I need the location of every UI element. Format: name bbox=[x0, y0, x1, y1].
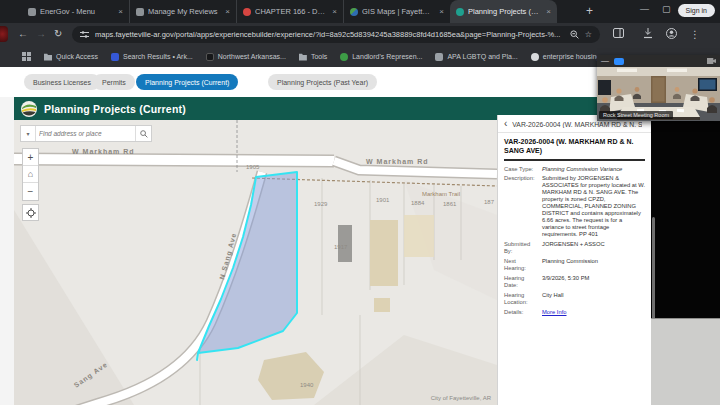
tab-business-licenses[interactable]: Business Licenses bbox=[24, 74, 100, 90]
screen: EnerGov - Menu × Manage My Reviews × CHA… bbox=[0, 0, 720, 405]
address-label: 1884 bbox=[411, 200, 425, 206]
bookmark-quick-access[interactable]: Quick Access bbox=[44, 53, 98, 61]
case-fields: Case Type: Planning Commission Variance … bbox=[504, 166, 645, 316]
folder-icon bbox=[44, 53, 52, 61]
video-call-titlebar: — bbox=[597, 55, 720, 67]
case-title: VAR-2026-0004 (W. MARKHAM RD & N. SANG A… bbox=[504, 138, 645, 161]
back-icon[interactable]: ← bbox=[18, 27, 28, 41]
forward-icon[interactable]: → bbox=[36, 27, 46, 41]
address-label: 1940 bbox=[300, 382, 314, 388]
tab-planning-projects-active[interactable]: Planning Projects (Curren... × bbox=[450, 0, 557, 23]
field-submitted-by: Submitted By: JORGENSEN + ASSOC bbox=[504, 241, 645, 255]
new-tab-button[interactable]: + bbox=[586, 3, 593, 19]
tab-label: Manage My Reviews bbox=[148, 7, 219, 16]
camera-icon[interactable] bbox=[707, 58, 716, 64]
tab-gis-maps[interactable]: GIS Maps | Fayetteville, A... × bbox=[343, 0, 450, 23]
browser-toolbar: ← → ↻ maps.fayetteville-ar.gov/portal/ap… bbox=[0, 23, 720, 46]
folder-icon bbox=[299, 53, 307, 61]
search-input[interactable] bbox=[36, 126, 135, 141]
panel-scrollbar[interactable] bbox=[652, 217, 655, 329]
bookmark-label: Tools bbox=[311, 53, 327, 60]
tab-manage-my-reviews[interactable]: Manage My Reviews × bbox=[129, 0, 236, 23]
field-value: Planning Commission bbox=[542, 258, 645, 272]
bookmark-northwest-arkansas[interactable]: Northwest Arkansas... bbox=[206, 53, 286, 61]
download-icon[interactable] bbox=[643, 28, 653, 39]
bookmark-search-results[interactable]: Search Results • Ark... bbox=[111, 53, 193, 61]
field-details: Details: More Info bbox=[504, 309, 645, 316]
side-panel-icon[interactable] bbox=[613, 28, 624, 38]
tab-planning-projects-past-year[interactable]: Planning Projects (Past Year) bbox=[268, 74, 377, 90]
sign-in-button[interactable]: Sign in bbox=[678, 4, 715, 17]
tab-close-icon[interactable]: × bbox=[330, 7, 337, 16]
field-label: Case Type: bbox=[504, 166, 538, 173]
tab-energov-menu[interactable]: EnerGov - Menu × bbox=[22, 0, 129, 23]
zoom-out-button[interactable]: − bbox=[23, 183, 38, 200]
window-restore-button[interactable]: ▢ bbox=[662, 4, 671, 14]
map-zoom-controls: + ⌂ − bbox=[22, 148, 39, 201]
tab-label: EnerGov - Menu bbox=[40, 7, 112, 16]
field-hearing-location: Hearing Location: City Hall bbox=[504, 292, 645, 306]
bookmark-apa-lgbtq[interactable]: APA LGBTQ and Pla... bbox=[435, 53, 517, 61]
field-description: Description: Submitted by JORGENSEN & AS… bbox=[504, 175, 645, 238]
browser-tab-strip: EnerGov - Menu × Manage My Reviews × CHA… bbox=[0, 0, 720, 23]
tab-chapter-166[interactable]: CHAPTER 166 - DEVELOP... × bbox=[236, 0, 343, 23]
video-call-overlay[interactable]: — bbox=[597, 55, 720, 121]
profile-avatar-icon[interactable] bbox=[666, 28, 677, 39]
field-label: Hearing Location: bbox=[504, 292, 538, 306]
field-label: Details: bbox=[504, 309, 538, 316]
field-value: Submitted by JORGENSEN & ASSOCIATES for … bbox=[542, 175, 645, 238]
chrome-menu-dots-icon[interactable]: ⋮ bbox=[690, 28, 700, 42]
recording-dot-favicon bbox=[243, 8, 251, 16]
field-value: 3/9/2026, 5:30 PM bbox=[542, 275, 645, 289]
bookmark-label: Search Results • Ark... bbox=[123, 53, 193, 60]
tabs-container: EnerGov - Menu × Manage My Reviews × CHA… bbox=[22, 0, 557, 23]
page-title: Planning Projects (Current) bbox=[44, 103, 186, 115]
background-window-corner bbox=[651, 318, 720, 405]
search-source-caret-icon[interactable]: ▾ bbox=[21, 126, 36, 141]
field-case-type: Case Type: Planning Commission Variance bbox=[504, 166, 645, 173]
video-view-toggle-icon[interactable] bbox=[614, 58, 624, 65]
video-minimize-icon[interactable]: — bbox=[601, 59, 609, 63]
field-label: Submitted By: bbox=[504, 241, 538, 255]
url-text[interactable]: maps.fayetteville-ar.gov/portal/apps/exp… bbox=[95, 30, 564, 39]
map-canvas[interactable]: W Markham Rd W Markham Rd Markham Trail … bbox=[14, 120, 497, 405]
my-location-button[interactable] bbox=[22, 204, 39, 221]
bookmark-tools[interactable]: Tools bbox=[299, 53, 327, 61]
tab-close-icon[interactable]: × bbox=[116, 7, 123, 16]
search-button[interactable] bbox=[135, 126, 151, 141]
home-extent-button[interactable]: ⌂ bbox=[23, 166, 38, 183]
tab-planning-projects-current[interactable]: Planning Projects (Current) bbox=[136, 74, 238, 90]
window-minimize-button[interactable]: — bbox=[640, 4, 649, 14]
video-feed[interactable]: Rock Street Meeting Room bbox=[597, 67, 720, 121]
map-attribution: City of Fayetteville, AR bbox=[431, 395, 491, 401]
address-label: 187 bbox=[484, 199, 495, 205]
field-label: Hearing Date: bbox=[504, 275, 538, 289]
zoom-page-icon[interactable] bbox=[570, 30, 579, 39]
field-label: Description: bbox=[504, 175, 538, 238]
street-label: W Markham Rd bbox=[366, 158, 429, 165]
site-icon bbox=[111, 53, 119, 61]
app-tab-row: Business Licenses Permits Planning Proje… bbox=[0, 67, 651, 97]
back-chevron-icon[interactable]: ‹ bbox=[504, 120, 507, 128]
bookmark-label: Landlord's Represen... bbox=[352, 53, 422, 60]
bookmark-label: Quick Access bbox=[56, 53, 98, 60]
map-search-box[interactable]: ▾ bbox=[20, 125, 152, 142]
apps-grid-icon[interactable] bbox=[22, 52, 31, 61]
site-settings-tune-icon[interactable] bbox=[80, 30, 89, 39]
more-info-link[interactable]: More Info bbox=[542, 309, 645, 316]
zoom-in-button[interactable]: + bbox=[23, 149, 38, 166]
tab-close-icon[interactable]: × bbox=[544, 7, 551, 16]
site-icon bbox=[435, 53, 443, 61]
address-label: 1861 bbox=[443, 201, 457, 207]
tab-close-icon[interactable]: × bbox=[223, 7, 230, 16]
field-hearing-date: Hearing Date: 3/9/2026, 5:30 PM bbox=[504, 275, 645, 289]
field-value: Planning Commission Variance bbox=[542, 166, 645, 173]
address-bar[interactable]: maps.fayetteville-ar.gov/portal/apps/exp… bbox=[72, 26, 600, 43]
bookmark-landlords[interactable]: Landlord's Represen... bbox=[340, 53, 422, 61]
reload-icon[interactable]: ↻ bbox=[54, 27, 62, 41]
locate-icon bbox=[26, 208, 36, 218]
tab-permits[interactable]: Permits bbox=[93, 74, 135, 90]
tab-close-icon[interactable]: × bbox=[437, 7, 444, 16]
bookmark-star-icon[interactable]: ☆ bbox=[585, 30, 592, 39]
field-next-hearing: Next Hearing: Planning Commission bbox=[504, 258, 645, 272]
